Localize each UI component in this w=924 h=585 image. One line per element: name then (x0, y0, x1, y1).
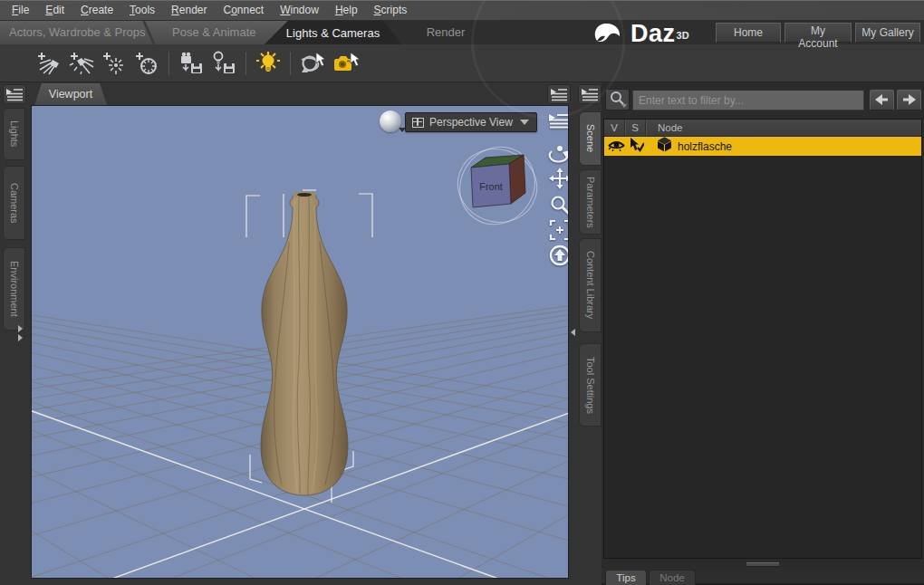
my-account-button[interactable]: My Account (784, 23, 852, 43)
daz-logo-text: Daz (630, 20, 676, 48)
viewport-pane: Viewport (29, 82, 578, 585)
left-tab-environment[interactable]: Environment (3, 247, 25, 331)
new-spotlight-icon (69, 51, 94, 76)
tab-tips[interactable]: Tips (605, 570, 647, 585)
scene-node-name: holzflasche (678, 140, 732, 153)
toolbar (0, 44, 924, 82)
view-cube[interactable]: Front (445, 132, 550, 239)
bottom-tab-bar: Tips Node (602, 569, 924, 585)
new-camera-icon (134, 51, 159, 76)
search-options-button[interactable] (605, 89, 630, 110)
filter-row (602, 88, 924, 113)
scene-layer: Front (32, 106, 569, 579)
lights-on-button[interactable] (254, 49, 283, 78)
visibility-eye-icon[interactable] (608, 139, 625, 155)
search-icon (608, 90, 628, 108)
pan-control[interactable] (548, 167, 569, 190)
zoom-control[interactable] (548, 193, 569, 216)
collapse-arrow-icon (571, 329, 575, 336)
rotate-orbit-tool-icon (300, 51, 327, 76)
daz-logo[interactable]: Daz3D (591, 17, 688, 50)
menu-help[interactable]: Help (327, 1, 366, 20)
frame-icon (548, 218, 569, 242)
view-selector-value: Perspective View (429, 116, 520, 129)
daz-studio-window: File Edit Create Tools Render Connect Wi… (0, 0, 924, 585)
right-dock-collapse-handle[interactable] (571, 329, 575, 336)
daz-logo-icon (591, 19, 625, 48)
home-button[interactable]: Home (716, 23, 781, 43)
menu-render[interactable]: Render (163, 1, 215, 20)
tab-lights-cameras[interactable]: Lights & Cameras (265, 21, 401, 44)
viewport-layout-icon (412, 118, 424, 128)
arrow-right-icon (902, 94, 916, 105)
bottle-object (261, 192, 348, 495)
right-tab-content-library[interactable]: Content Library (579, 238, 602, 332)
new-spotlight-button[interactable] (67, 49, 96, 78)
toolbar-separator (290, 52, 291, 75)
zoom-icon (548, 193, 569, 216)
menu-connect[interactable]: Connect (215, 1, 272, 20)
orbit-icon (548, 140, 569, 164)
rotate-orbit-tool-button[interactable] (298, 49, 327, 78)
save-light-preset-icon (211, 51, 236, 76)
tab-actors-wardrobe-props[interactable]: Actors, Wardrobe & Props (9, 21, 146, 44)
right-tab-scene[interactable]: Scene (579, 111, 602, 166)
arrow-left-icon (875, 94, 889, 105)
chevron-down-icon (520, 120, 529, 125)
frame-control[interactable] (548, 218, 569, 242)
next-result-button[interactable] (897, 90, 921, 110)
right-tab-tool-settings[interactable]: Tool Settings (579, 343, 602, 427)
left-tab-lights[interactable]: Lights (3, 108, 25, 160)
scene-node-row-holzflasche[interactable]: holzflasche (604, 137, 921, 156)
menu-bar: File Edit Create Tools Render Connect Wi… (0, 1, 924, 21)
column-visible: V (604, 120, 625, 136)
orbit-control[interactable] (548, 140, 569, 164)
left-tab-cameras[interactable]: Cameras (3, 166, 25, 240)
scene-panel: V S Node (602, 82, 924, 585)
save-light-preset-button[interactable] (209, 49, 238, 78)
menu-tools[interactable]: Tools (121, 1, 163, 20)
aim-control[interactable] (548, 244, 569, 267)
previous-result-button[interactable] (870, 90, 894, 110)
selectable-cursor-icon[interactable] (629, 138, 644, 156)
viewport-canvas[interactable]: Front Perspective View (31, 105, 569, 579)
view-selector-dropdown[interactable]: Perspective View (405, 112, 537, 132)
menu-file[interactable]: File (4, 1, 37, 20)
column-node: Node (646, 120, 921, 136)
daz-logo-3d: 3D (677, 30, 689, 41)
left-pane-menu-button[interactable] (3, 84, 26, 104)
menu-window[interactable]: Window (272, 1, 327, 20)
collapse-arrow-icon (18, 325, 23, 332)
right-tab-parameters[interactable]: Parameters (579, 169, 602, 235)
right-dock: Scene Parameters Content Library Tool Se… (578, 82, 602, 585)
cube-front-label: Front (479, 181, 503, 192)
filter-input[interactable] (632, 90, 864, 110)
menu-scripts[interactable]: Scripts (366, 1, 416, 20)
scene-tree: V S Node (603, 119, 922, 559)
camera-tool-button[interactable] (331, 49, 360, 78)
new-camera-button[interactable] (132, 49, 161, 78)
panel-splitter[interactable] (602, 561, 924, 569)
toolbar-separator (245, 52, 246, 75)
new-point-light-icon (101, 51, 127, 76)
tab-node[interactable]: Node (649, 570, 696, 585)
tab-pose-animate[interactable]: Pose & Animate (172, 21, 256, 44)
scene-tree-header: V S Node (604, 120, 921, 137)
my-gallery-button[interactable]: My Gallery (855, 23, 920, 43)
new-point-light-button[interactable] (100, 49, 129, 78)
column-selectable: S (625, 120, 646, 136)
new-distant-light-button[interactable] (34, 49, 63, 78)
save-camera-preset-button[interactable] (177, 49, 206, 78)
menu-create[interactable]: Create (72, 1, 121, 20)
cube-right-face[interactable] (509, 155, 525, 204)
collapse-arrow-icon (18, 334, 23, 341)
left-dock-collapse-handle[interactable] (18, 325, 23, 341)
menu-edit[interactable]: Edit (37, 1, 72, 20)
viewport-tab[interactable]: Viewport (34, 83, 107, 105)
tab-render[interactable]: Render (404, 21, 487, 44)
node-cube-icon (657, 137, 672, 156)
tab-lights-cameras-label: Lights & Cameras (286, 26, 380, 40)
pan-icon (548, 167, 569, 190)
activity-bar: Actors, Wardrobe & Props Pose & Animate … (0, 21, 924, 44)
toolbar-separator (168, 52, 169, 75)
